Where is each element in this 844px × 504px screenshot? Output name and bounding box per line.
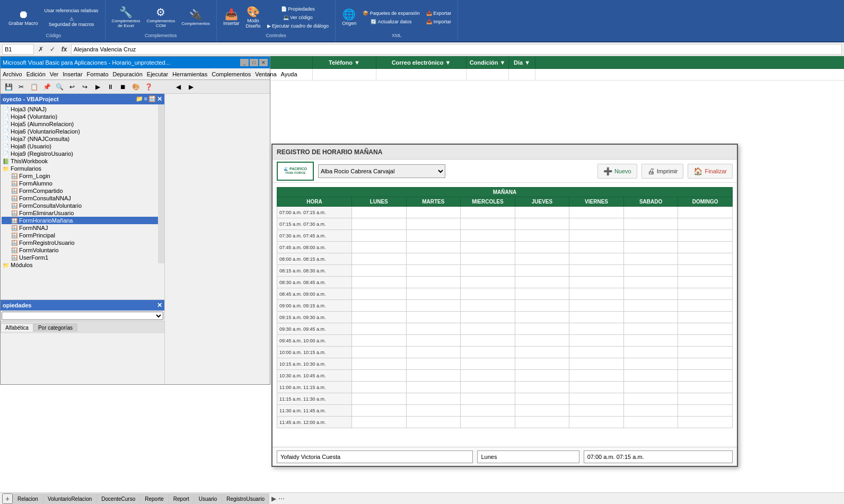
schedule-cell-jueves-15[interactable] bbox=[515, 382, 569, 393]
schedule-cell-viernes-8[interactable] bbox=[569, 300, 624, 312]
sheet-tab-registro-usuario[interactable]: RegistroUsuario bbox=[222, 493, 269, 504]
paquetes-expansion-button[interactable]: 📦 Paquetes de expansión bbox=[361, 10, 422, 17]
add-sheet-button[interactable]: + bbox=[2, 493, 13, 504]
seguridad-macros-button[interactable]: ⚠Seguridad de macros bbox=[42, 15, 101, 28]
schedule-cell-miercoles-5[interactable] bbox=[461, 265, 515, 277]
schedule-cell-viernes-18[interactable] bbox=[569, 417, 624, 428]
schedule-cell-martes-5[interactable] bbox=[406, 265, 461, 277]
tree-item-form-horario-manana[interactable]: 🪟 FormHorarioMañana bbox=[2, 217, 163, 224]
vba-scroll-down[interactable]: ▶ bbox=[185, 82, 197, 92]
schedule-cell-domingo-18[interactable] bbox=[678, 417, 733, 428]
vba-menu-insertar[interactable]: Insertar bbox=[63, 71, 82, 77]
schedule-cell-jueves-16[interactable] bbox=[515, 393, 569, 405]
tree-item-modulos[interactable]: 📁 Módulos bbox=[2, 261, 163, 269]
vba-props-tab-alfabetica[interactable]: Alfabética bbox=[1, 323, 33, 332]
schedule-cell-jueves-12[interactable] bbox=[515, 347, 569, 358]
schedule-cell-domingo-10[interactable] bbox=[678, 323, 733, 335]
schedule-cell-miercoles-12[interactable] bbox=[461, 347, 515, 358]
schedule-cell-viernes-17[interactable] bbox=[569, 405, 624, 417]
schedule-cell-viernes-0[interactable] bbox=[569, 207, 624, 218]
origen-button[interactable]: 🌐 Origen bbox=[340, 8, 358, 27]
schedule-time-cell[interactable]: 09:00 a.m. 09:15 a.m. bbox=[277, 300, 352, 312]
tree-item-form-alumno[interactable]: 🪟 FormAlumno bbox=[2, 180, 163, 187]
schedule-cell-miercoles-6[interactable] bbox=[461, 277, 515, 288]
schedule-time-cell[interactable]: 11:15 a.m. 11:30 a.m. bbox=[277, 393, 352, 405]
schedule-cell-lunes-13[interactable] bbox=[352, 358, 407, 370]
schedule-cell-lunes-6[interactable] bbox=[352, 277, 407, 288]
schedule-cell-jueves-3[interactable] bbox=[515, 242, 569, 253]
schedule-cell-jueves-11[interactable] bbox=[515, 335, 569, 347]
tree-item-form-registro-usuario[interactable]: 🪟 FormRegistroUsuario bbox=[2, 239, 163, 246]
schedule-cell-domingo-9[interactable] bbox=[678, 312, 733, 323]
schedule-cell-sabado-17[interactable] bbox=[623, 405, 678, 417]
tree-item-form-compartido[interactable]: 🪟 FormCompartido bbox=[2, 187, 163, 194]
schedule-cell-martes-2[interactable] bbox=[406, 230, 461, 242]
schedule-time-cell[interactable]: 08:30 a.m. 08:45 a.m. bbox=[277, 277, 352, 288]
schedule-cell-sabado-6[interactable] bbox=[623, 277, 678, 288]
schedule-cell-martes-4[interactable] bbox=[406, 253, 461, 265]
cell-e1[interactable] bbox=[313, 69, 376, 80]
schedule-cell-sabado-0[interactable] bbox=[623, 207, 678, 218]
tree-item-hoja3[interactable]: 📄 Hoja3 (NNAJ) bbox=[2, 105, 163, 113]
schedule-cell-viernes-12[interactable] bbox=[569, 347, 624, 358]
vba-run-button[interactable]: ▶ bbox=[92, 82, 103, 92]
vba-menu-complementos[interactable]: Complementos bbox=[212, 71, 251, 77]
schedule-cell-sabado-18[interactable] bbox=[623, 417, 678, 428]
tree-item-hoja7[interactable]: 📄 Hoja7 (NNAJConsulta) bbox=[2, 135, 163, 143]
schedule-cell-miercoles-15[interactable] bbox=[461, 382, 515, 393]
schedule-cell-viernes-16[interactable] bbox=[569, 393, 624, 405]
vba-scroll-up[interactable]: ◀ bbox=[172, 82, 184, 92]
schedule-cell-martes-7[interactable] bbox=[406, 288, 461, 300]
schedule-cell-jueves-8[interactable] bbox=[515, 300, 569, 312]
vba-panel-list-icon[interactable]: ≡ bbox=[144, 95, 147, 103]
schedule-cell-martes-8[interactable] bbox=[406, 300, 461, 312]
schedule-cell-martes-15[interactable] bbox=[406, 382, 461, 393]
schedule-cell-miercoles-10[interactable] bbox=[461, 323, 515, 335]
schedule-cell-sabado-2[interactable] bbox=[623, 230, 678, 242]
schedule-cell-sabado-3[interactable] bbox=[623, 242, 678, 253]
schedule-cell-miercoles-13[interactable] bbox=[461, 358, 515, 370]
schedule-cell-martes-14[interactable] bbox=[406, 370, 461, 382]
schedule-cell-lunes-17[interactable] bbox=[352, 405, 407, 417]
cell-reference-input[interactable] bbox=[2, 44, 34, 55]
schedule-cell-martes-9[interactable] bbox=[406, 312, 461, 323]
vba-help-button[interactable]: ❓ bbox=[143, 82, 154, 92]
schedule-cell-domingo-12[interactable] bbox=[678, 347, 733, 358]
schedule-cell-viernes-2[interactable] bbox=[569, 230, 624, 242]
tree-item-form-nnaj[interactable]: 🪟 FormNNAJ bbox=[2, 224, 163, 232]
schedule-cell-lunes-15[interactable] bbox=[352, 382, 407, 393]
schedule-cell-jueves-13[interactable] bbox=[515, 358, 569, 370]
schedule-time-cell[interactable]: 08:45 a.m. 09:00 a.m. bbox=[277, 288, 352, 300]
schedule-cell-lunes-2[interactable] bbox=[352, 230, 407, 242]
propiedades-button[interactable]: 📄 Propiedades bbox=[265, 5, 331, 13]
schedule-cell-miercoles-7[interactable] bbox=[461, 288, 515, 300]
cancel-formula-button[interactable]: ✗ bbox=[36, 45, 46, 54]
vba-find-button[interactable]: 🔍 bbox=[54, 82, 65, 92]
vba-menu-edicion[interactable]: Edición bbox=[27, 71, 46, 77]
vba-save-button[interactable]: 💾 bbox=[3, 82, 14, 92]
schedule-cell-lunes-4[interactable] bbox=[352, 253, 407, 265]
tree-item-hoja6[interactable]: 📄 Hoja6 (VoluntarioRelacion) bbox=[2, 128, 163, 135]
tree-item-hoja5[interactable]: 📄 Hoja5 (AlumnoRelacion) bbox=[2, 120, 163, 128]
schedule-cell-lunes-5[interactable] bbox=[352, 265, 407, 277]
usar-referencias-button[interactable]: Usar referencias relativas bbox=[42, 7, 101, 14]
schedule-cell-viernes-3[interactable] bbox=[569, 242, 624, 253]
tree-item-form-principal[interactable]: 🪟 FormPrincipal bbox=[2, 232, 163, 239]
schedule-cell-domingo-0[interactable] bbox=[678, 207, 733, 218]
schedule-cell-martes-6[interactable] bbox=[406, 277, 461, 288]
schedule-cell-viernes-5[interactable] bbox=[569, 265, 624, 277]
insertar-button[interactable]: 📥 Insertar bbox=[221, 8, 242, 27]
schedule-cell-sabado-16[interactable] bbox=[623, 393, 678, 405]
schedule-cell-martes-18[interactable] bbox=[406, 417, 461, 428]
schedule-cell-martes-1[interactable] bbox=[406, 218, 461, 230]
schedule-cell-miercoles-2[interactable] bbox=[461, 230, 515, 242]
schedule-cell-domingo-6[interactable] bbox=[678, 277, 733, 288]
schedule-cell-lunes-12[interactable] bbox=[352, 347, 407, 358]
schedule-cell-sabado-10[interactable] bbox=[623, 323, 678, 335]
complementos-com-button[interactable]: ⚙ ComplementosCOM bbox=[144, 6, 177, 29]
vba-panel-form-icon[interactable]: 🪟 bbox=[148, 95, 156, 103]
schedule-cell-miercoles-17[interactable] bbox=[461, 405, 515, 417]
schedule-cell-miercoles-4[interactable] bbox=[461, 253, 515, 265]
schedule-cell-domingo-3[interactable] bbox=[678, 242, 733, 253]
tree-item-formularios[interactable]: 📁 Formularios bbox=[2, 165, 163, 172]
